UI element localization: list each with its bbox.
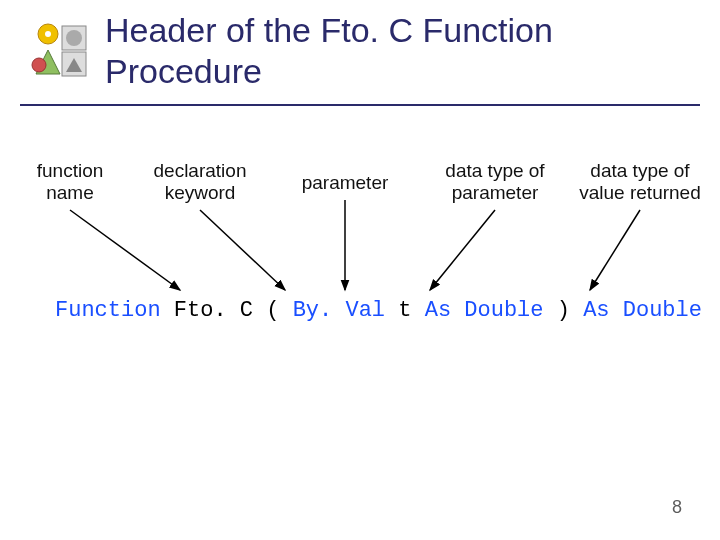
svg-point-7 bbox=[32, 58, 46, 72]
svg-point-1 bbox=[66, 30, 82, 46]
svg-line-11 bbox=[430, 210, 495, 290]
title-divider bbox=[20, 104, 700, 106]
svg-point-5 bbox=[45, 31, 51, 37]
header-diagram: functionname declarationkeyword paramete… bbox=[0, 140, 720, 400]
code-param-t: t bbox=[398, 298, 411, 323]
svg-line-12 bbox=[590, 210, 640, 290]
page-number: 8 bbox=[672, 497, 682, 518]
code-as-double-1: As Double bbox=[425, 298, 544, 323]
slide-title: Header of the Fto. C Function Procedure bbox=[105, 10, 665, 92]
code-close-paren: ) bbox=[557, 298, 570, 323]
code-byval: By. Val bbox=[293, 298, 385, 323]
code-open-paren: ( bbox=[266, 298, 279, 323]
code-function-name: Fto. C bbox=[174, 298, 253, 323]
svg-line-8 bbox=[70, 210, 180, 290]
code-keyword-function: Function bbox=[55, 298, 161, 323]
svg-line-9 bbox=[200, 210, 285, 290]
code-as-double-2: As Double bbox=[583, 298, 702, 323]
slide-logo bbox=[30, 20, 90, 80]
code-line: Function Fto. C ( By. Val t As Double ) … bbox=[55, 298, 702, 323]
